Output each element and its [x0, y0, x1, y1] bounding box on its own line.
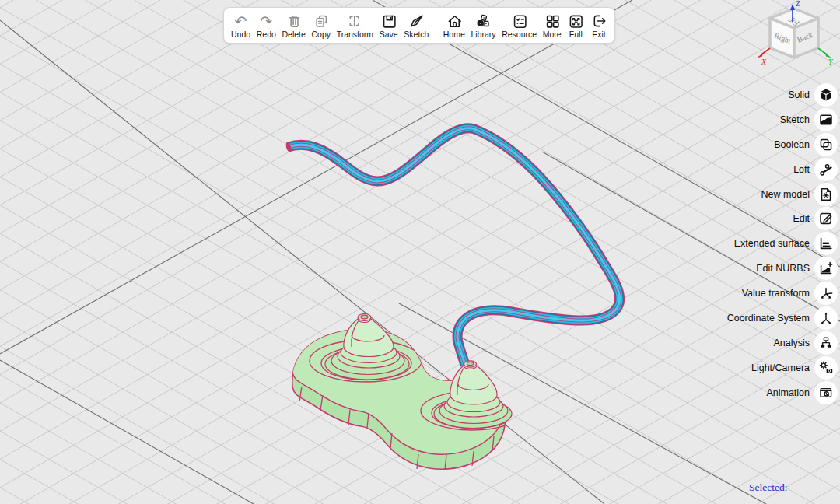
resource-button[interactable]: Resource [499, 11, 539, 40]
library-label: Library [471, 30, 495, 39]
sketch-label: Sketch [404, 30, 429, 39]
light-camera-label: Light/Camera [751, 362, 810, 373]
side-menu-item-solid[interactable]: Solid [727, 82, 840, 107]
save-button[interactable]: Save [377, 11, 401, 40]
more-label: More [543, 30, 562, 39]
exit-button[interactable]: Exit [588, 11, 610, 40]
more-button[interactable]: More [541, 11, 564, 40]
axis-z-label: Z [796, 0, 800, 8]
loft-icon [814, 158, 838, 181]
side-menu-item-loft[interactable]: Loft [727, 157, 840, 182]
side-menu-item-new-model[interactable]: New model [727, 182, 840, 207]
sketch-label: Sketch [780, 114, 810, 125]
coordinate-system-label: Coordinate System [727, 313, 810, 324]
side-menu-item-edit-nurbs[interactable]: Edit NURBS [727, 256, 840, 281]
save-label: Save [380, 30, 398, 39]
side-menu-item-coordinate-system[interactable]: Coordinate System [727, 306, 840, 331]
undo-button[interactable]: ↶ Undo [229, 11, 253, 40]
undo-icon: ↶ [233, 12, 250, 30]
boolean-icon [814, 133, 838, 156]
copy-icon [313, 12, 330, 30]
trash-icon [285, 12, 303, 30]
fullscreen-icon [567, 12, 584, 30]
light-camera-icon [814, 356, 838, 380]
redo-label: Redo [257, 30, 276, 39]
side-menu-item-animation[interactable]: Animation [727, 380, 840, 405]
side-menu-item-edit[interactable]: Edit [727, 206, 840, 231]
side-menu-item-analysis[interactable]: Analysis [727, 331, 840, 355]
delete-label: Delete [282, 30, 306, 39]
side-menu-item-light-camera[interactable]: Light/Camera [727, 355, 840, 380]
sketch-pencil-icon [408, 12, 425, 30]
edit-nurbs-icon [814, 257, 838, 280]
axis-y-label: Y [828, 58, 834, 66]
status-selected-label: Selected: [749, 481, 787, 493]
sketch-surface-icon [814, 108, 838, 131]
solid-label: Solid [788, 89, 810, 100]
new-model-icon [814, 183, 838, 206]
transform-icon [346, 12, 363, 30]
top-toolbar: ↶ Undo ↷ Redo Delete [223, 7, 615, 44]
solid-icon [814, 83, 838, 107]
resource-icon [511, 12, 528, 30]
side-menu-item-extended-surface[interactable]: Extended surface [727, 231, 840, 256]
exit-label: Exit [592, 30, 606, 39]
analysis-label: Analysis [773, 338, 810, 348]
full-label: Full [569, 30, 583, 39]
home-label: Home [443, 30, 465, 39]
new-model-label: New model [761, 189, 810, 200]
copy-label: Copy [312, 30, 331, 39]
full-button[interactable]: Full [565, 11, 586, 40]
side-menu-item-sketch[interactable]: Sketch [727, 107, 840, 132]
viewport-canvas[interactable] [0, 0, 840, 504]
sketch-button[interactable]: Sketch [401, 11, 431, 40]
extended-surface-label: Extended surface [734, 238, 810, 249]
axis-x-label: X [761, 58, 767, 66]
exit-icon [590, 12, 607, 30]
edit-icon [814, 207, 838, 230]
left-joystick-dome [344, 319, 394, 357]
edit-label: Edit [793, 213, 810, 224]
extended-surface-icon [814, 232, 838, 255]
side-menu-item-boolean[interactable]: Boolean [727, 132, 840, 157]
side-menu-item-value-transform[interactable]: Value transform [727, 281, 840, 306]
more-grid-icon [544, 12, 561, 30]
animation-label: Animation [766, 387, 810, 398]
boolean-label: Boolean [774, 139, 810, 150]
transform-button[interactable]: Transform [334, 11, 376, 40]
delete-button[interactable]: Delete [280, 11, 308, 40]
home-button[interactable]: Home [441, 11, 467, 40]
transform-label: Transform [337, 30, 373, 39]
home-icon [446, 12, 463, 30]
library-button[interactable]: Library [468, 11, 498, 40]
resource-label: Resource [502, 30, 537, 39]
library-icon [474, 12, 492, 30]
redo-button[interactable]: ↷ Redo [254, 11, 278, 40]
toolbar-divider [436, 12, 436, 40]
status-bar: Selected: [749, 481, 787, 494]
loft-label: Loft [793, 164, 810, 175]
view-cube[interactable]: Top Right Back X Y Z [753, 0, 840, 78]
save-icon [380, 12, 397, 30]
value-transform-icon [814, 282, 838, 305]
analysis-icon [814, 331, 838, 355]
coordinate-system-icon [814, 306, 838, 330]
value-transform-label: Value transform [742, 288, 810, 299]
copy-button[interactable]: Copy [310, 11, 334, 40]
redo-icon: ↷ [257, 12, 275, 30]
edit-nurbs-label: Edit NURBS [756, 263, 810, 274]
animation-icon [814, 381, 838, 404]
undo-label: Undo [231, 30, 250, 39]
right-tool-menu: Solid Sketch Boolean [727, 82, 840, 405]
app-window: ↶ Undo ↷ Redo Delete [0, 0, 840, 504]
